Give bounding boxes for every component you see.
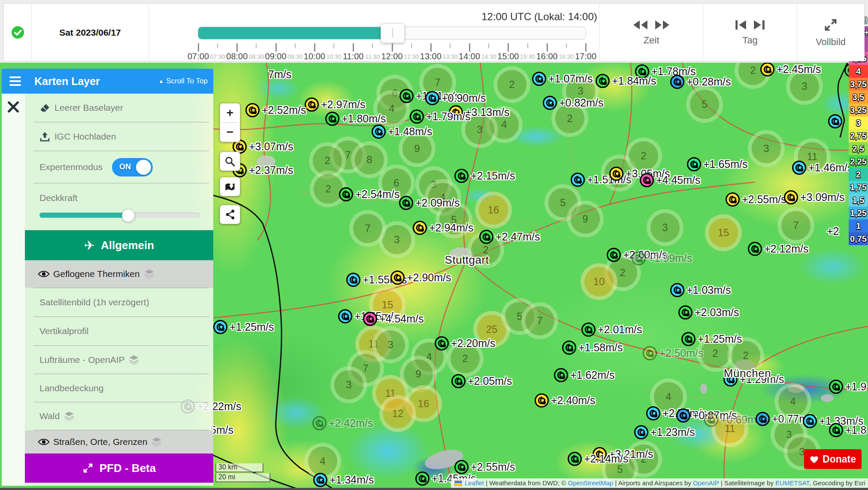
thermal-marker[interactable]: +2.42m/s — [312, 416, 373, 430]
cluster-marker[interactable]: 2 — [497, 70, 526, 99]
expert-mode-toggle[interactable]: ON — [112, 158, 153, 177]
opacity-slider[interactable] — [39, 213, 200, 218]
cluster-marker[interactable]: 7 — [353, 214, 382, 243]
layer-item-vertikalprofil[interactable]: Vertikalprofil — [25, 317, 213, 345]
thermal-marker[interactable]: +2.03m/s — [678, 305, 739, 320]
attribution-link[interactable]: Leaflet — [465, 479, 484, 487]
cluster-marker[interactable]: 4 — [308, 447, 337, 476]
thermal-marker[interactable]: +1.84m/s — [596, 74, 656, 88]
search-button[interactable] — [220, 152, 240, 170]
map-pin-button[interactable] — [220, 177, 240, 196]
layer-item-leerer-baselayer[interactable]: Leerer Baselayer — [25, 94, 213, 122]
thermal-marker[interactable]: +1.8 — [829, 423, 866, 437]
draw-tools-icon[interactable] — [7, 100, 20, 113]
cluster-marker[interactable]: 9 — [571, 204, 600, 234]
thermal-marker[interactable]: +2.12m/s — [748, 242, 809, 256]
thermal-marker[interactable]: +1.46m/s — [792, 161, 853, 175]
thermal-marker[interactable]: +2.94m/s — [413, 221, 474, 235]
scroll-to-top-button[interactable]: ▲ Scroll To Top — [158, 77, 208, 85]
donate-button[interactable]: Donate — [804, 449, 862, 469]
zoom-in-button[interactable]: + — [220, 103, 240, 122]
thermal-marker[interactable]: +2.20m/s — [435, 336, 496, 350]
layer-item-geflogene-thermiken[interactable]: Geflogene Thermiken — [25, 260, 213, 288]
cluster-marker[interactable]: 8 — [355, 145, 384, 174]
thermal-marker[interactable]: +1.23m/s — [634, 425, 695, 439]
layer-item-igc-hochladen[interactable]: IGC Hochladen — [25, 122, 213, 151]
cluster-marker[interactable]: 16 — [409, 389, 438, 418]
thermal-marker[interactable]: +2.05m/s — [451, 374, 512, 388]
cluster-marker[interactable]: 3 — [334, 370, 363, 399]
cluster-marker[interactable]: 7 — [525, 306, 554, 335]
thermal-marker[interactable]: +3.09m/s — [784, 190, 845, 204]
thermal-marker[interactable]: +2.97m/s — [305, 97, 366, 112]
fullscreen-icon[interactable] — [823, 18, 838, 32]
allgemein-button[interactable]: ✈ Allgemein — [25, 230, 213, 260]
share-button[interactable] — [220, 205, 240, 224]
attribution-link[interactable]: OpenStreetMap — [568, 479, 614, 487]
cluster-marker[interactable]: 5 — [690, 90, 719, 119]
cluster-marker[interactable]: 2 — [629, 141, 658, 170]
thermal-marker[interactable]: +2.55m/s — [726, 192, 786, 207]
thermal-marker[interactable]: +1.80m/s — [325, 112, 386, 126]
layer-item-strassen-orte-grenzen[interactable]: Straßen, Orte, Grenzen — [25, 430, 213, 453]
cluster-marker[interactable]: 2 — [313, 146, 342, 175]
attribution-link[interactable]: EUMETSAT — [775, 479, 809, 487]
thermal-marker[interactable]: +4.45m/s — [640, 173, 701, 187]
thermal-marker[interactable]: +2.37m/s — [233, 163, 293, 177]
thermal-marker[interactable]: +3.07m/s — [233, 140, 293, 154]
thermal-marker[interactable]: +2.09m/s — [399, 196, 460, 210]
thermal-marker[interactable]: +2.52m/s — [245, 103, 306, 117]
cluster-marker[interactable]: 3 — [650, 213, 680, 242]
thermal-marker[interactable]: +1.99m/s — [632, 251, 693, 265]
thermal-marker[interactable]: +2.14m/s — [568, 452, 629, 466]
day-back-icon[interactable] — [734, 19, 747, 30]
cluster-marker[interactable]: 10 — [584, 267, 614, 296]
thermal-marker[interactable]: +2.54m/s — [339, 187, 400, 201]
cluster-marker[interactable]: 7 — [781, 211, 811, 240]
thermal-marker[interactable]: +0.82m/s — [543, 96, 604, 110]
cluster-marker[interactable]: 3 — [752, 134, 781, 163]
cluster-marker[interactable]: 9 — [404, 359, 433, 389]
thermal-marker[interactable]: +0.28m/s — [670, 75, 731, 89]
cluster-marker[interactable]: 12 — [383, 399, 412, 428]
cluster-marker[interactable]: 15 — [709, 218, 738, 247]
thermal-marker[interactable]: 7m/s — [266, 68, 291, 81]
thermal-marker[interactable]: +1.25m/s — [681, 332, 742, 346]
thermal-marker[interactable]: +2 — [825, 225, 839, 237]
thermal-marker[interactable]: +2.40m/s — [535, 393, 596, 408]
day-forward-icon[interactable] — [753, 19, 766, 30]
thermal-marker[interactable]: +1.34m/s — [313, 473, 374, 487]
thermal-marker[interactable]: +1.07m/s — [532, 72, 593, 86]
thermal-marker[interactable]: +1.03m/s — [670, 283, 731, 297]
thermal-marker[interactable]: +1.25m/s — [213, 320, 274, 334]
time-slider[interactable] — [198, 27, 586, 40]
thermal-marker[interactable]: +2.50m/s — [643, 346, 704, 360]
cluster-marker[interactable]: 16 — [479, 195, 508, 225]
thermal-marker[interactable]: +2.47m/s — [479, 230, 540, 244]
zoom-out-button[interactable]: − — [220, 123, 240, 142]
opacity-slider-knob[interactable] — [122, 209, 135, 222]
thermal-marker[interactable]: +2.15m/s — [454, 169, 515, 183]
attribution-link[interactable]: OpenAIP — [693, 479, 719, 487]
layer-item-landbedeckung[interactable]: Landbedeckung — [25, 374, 213, 402]
layer-item-satellitenbild[interactable]: Satellitenbild (1h verzögert) — [25, 288, 213, 317]
thermal-marker[interactable]: +1.62m/s — [554, 368, 615, 382]
time-back-icon[interactable] — [632, 19, 648, 30]
thermal-marker[interactable]: +2.01m/s — [581, 323, 642, 337]
time-forward-icon[interactable] — [654, 19, 671, 30]
thermal-marker[interactable]: +1.58m/s — [562, 341, 623, 355]
layer-item-luftraeume[interactable]: Lufträume - OpenAIP — [25, 346, 213, 374]
menu-icon[interactable] — [9, 74, 21, 88]
thermal-marker[interactable]: +1.79m/s — [410, 110, 471, 124]
thermal-marker[interactable]: +1.48m/s — [372, 125, 432, 139]
cluster-marker[interactable]: 3 — [376, 330, 405, 359]
cluster-marker[interactable]: 3 — [382, 225, 411, 254]
layer-item-wald[interactable]: Wald — [25, 402, 213, 430]
thermal-marker[interactable]: +4.54m/s — [363, 312, 424, 326]
thermal-marker[interactable] — [828, 114, 842, 128]
time-slider-thumb[interactable] — [381, 23, 405, 43]
thermal-marker[interactable]: +1.65m/s — [687, 157, 748, 171]
pfd-beta-button[interactable]: PFD - Beta — [25, 453, 213, 483]
cluster-marker[interactable]: 2 — [314, 174, 343, 204]
thermal-marker[interactable]: +2.90m/s — [390, 271, 451, 285]
